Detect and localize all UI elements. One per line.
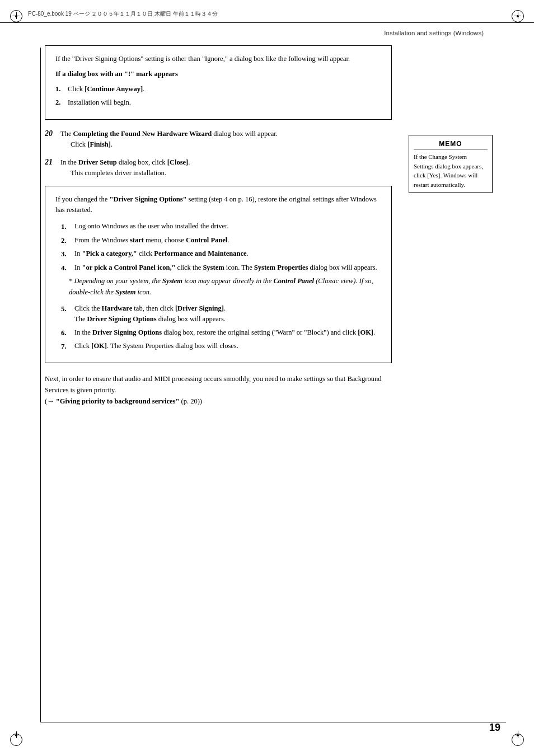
step-21-block: 21 In the Driver Setup dialog box, click… [45,157,392,179]
step-num: 3. [61,248,74,260]
next-section: Next, in order to ensure that audio and … [45,373,392,407]
list-item: 1. Log onto Windows as the user who inst… [61,221,381,232]
left-rule [40,48,41,722]
bottom-rule [40,722,506,722]
asterisk-note: * Depending on your system, the System i… [69,276,381,298]
step-num: 4. [61,262,74,274]
content-right: MEMO If the Change System Settings dialo… [403,45,493,407]
list-item: 4. In "or pick a Control Panel icon," cl… [61,262,381,274]
corner-mark-tl [10,10,27,27]
step-num: 5. [61,303,74,314]
step-20-number: 20 [45,129,60,138]
step-content: From the Windows start menu, choose Cont… [74,235,229,246]
content-left: If the "Driver Signing Options" setting … [45,45,403,407]
memo-title: MEMO [414,139,488,149]
next-section-text: Next, in order to ensure that audio and … [45,373,392,407]
step-num: 1. [61,221,74,232]
step-21-text: In the Driver Setup dialog box, click [C… [60,157,392,168]
corner-mark-bl [10,729,27,746]
step-21-number: 21 [45,157,60,167]
step-content: In "Pick a category," click Performance … [74,248,249,259]
step-20-sub: Click [Finish]. [71,139,392,150]
step-num: 2. [55,97,68,108]
second-box-intro: If you changed the "Driver Signing Optio… [55,194,381,216]
step-20-block: 20 The Completing the Found New Hardware… [45,129,392,151]
memo-box: MEMO If the Change System Settings dialo… [409,135,493,193]
second-box-steps: 1. Log onto Windows as the user who inst… [61,221,381,273]
step-num: 7. [61,341,74,352]
list-item: 2. Installation will begin. [55,97,381,108]
page-container: PC-80_e.book 19 ページ ２００５年１１月１０日 木曜日 午前１１… [0,0,534,756]
main-content: If the "Driver Signing Options" setting … [0,40,534,424]
list-item: 2. From the Windows start menu, choose C… [61,235,381,246]
corner-mark-tr [507,10,524,27]
step-num: 2. [61,235,74,246]
list-item: 5. Click the Hardware tab, then click [D… [61,303,381,325]
step-num: 6. [61,327,74,339]
list-item: 1. Click [Continue Anyway]. [55,84,381,95]
step-num: 1. [55,84,68,95]
second-box-steps-2: 5. Click the Hardware tab, then click [D… [61,303,381,352]
section-title: Installation and settings (Windows) [384,30,484,36]
step-content: Installation will begin. [68,97,381,108]
second-bordered-box: If you changed the "Driver Signing Optio… [45,186,392,363]
step-20-text: The Completing the Found New Hardware Wi… [60,129,392,139]
page-number: 19 [489,722,500,734]
step-content: Click the Hardware tab, then click [Driv… [74,303,226,325]
step-content: Click [OK]. The System Properties dialog… [74,341,238,351]
first-box-intro: If the "Driver Signing Options" setting … [55,54,381,64]
corner-mark-br [507,729,524,746]
top-header: PC-80_e.book 19 ページ ２００５年１１月１０日 木曜日 午前１１… [0,0,534,23]
step-21-sub: This completes driver installation. [71,168,392,179]
first-bordered-box: If the "Driver Signing Options" setting … [45,45,392,120]
page-header: Installation and settings (Windows) [0,23,534,40]
first-box-heading: If a dialog box with an "!" mark appears [55,69,381,79]
memo-text: If the Change System Settings dialog box… [414,152,488,189]
file-header-text: PC-80_e.book 19 ページ ２００５年１１月１０日 木曜日 午前１１… [28,11,218,17]
step-content: Click [Continue Anyway]. [68,84,381,95]
list-item: 7. Click [OK]. The System Properties dia… [61,341,381,352]
step-20-content: The Completing the Found New Hardware Wi… [60,129,392,151]
list-item: 6. In the Driver Signing Options dialog … [61,327,381,339]
step-21-content: In the Driver Setup dialog box, click [C… [60,157,392,179]
list-item: 3. In "Pick a category," click Performan… [61,248,381,260]
step-content: Log onto Windows as the user who install… [74,221,229,232]
first-box-steps: 1. Click [Continue Anyway]. 2. Installat… [55,84,381,109]
step-content: In the Driver Signing Options dialog box… [74,327,375,338]
step-content: In "or pick a Control Panel icon," click… [74,262,377,273]
